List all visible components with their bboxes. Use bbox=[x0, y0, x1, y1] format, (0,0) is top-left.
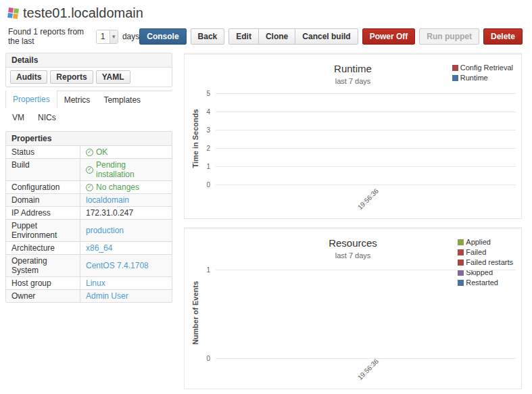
y-tick-label: 0 bbox=[191, 355, 216, 362]
property-value: production bbox=[80, 220, 172, 241]
runtime-chart-panel: Runtime last 7 days Config Retrieval Run… bbox=[184, 53, 522, 219]
legend-swatch bbox=[458, 249, 464, 255]
tab[interactable]: NICs bbox=[31, 109, 63, 126]
grid-row: 0 bbox=[191, 180, 516, 189]
property-row: Host group Linux bbox=[6, 276, 172, 289]
main-content: Details AuditsReportsYAML PropertiesMetr… bbox=[0, 53, 532, 389]
property-value-text[interactable]: CentOS 7.4.1708 bbox=[86, 261, 149, 270]
clone-button[interactable]: Clone bbox=[258, 28, 295, 45]
tab[interactable]: Metrics bbox=[57, 91, 97, 109]
gridline bbox=[216, 93, 516, 94]
property-value: localdomain bbox=[80, 194, 172, 206]
y-tick-label: 3 bbox=[191, 126, 216, 134]
property-label: Host group bbox=[6, 277, 80, 289]
property-row: Owner Admin User bbox=[6, 289, 172, 302]
gridline bbox=[216, 270, 516, 270]
resources-plot-area: 10 bbox=[191, 266, 516, 363]
back-button[interactable]: Back bbox=[191, 28, 225, 45]
resources-chart-panel: Resources last 7 days Applied Failed Fai… bbox=[184, 227, 522, 389]
property-value-text[interactable]: production bbox=[86, 226, 124, 235]
property-row: Build Pending installation bbox=[6, 158, 172, 180]
legend-item[interactable]: Config Retrieval bbox=[452, 64, 513, 72]
host-tabs: PropertiesMetricsTemplatesVMNICs bbox=[5, 91, 172, 126]
property-value-text: Pending installation bbox=[96, 160, 166, 179]
property-label: Build bbox=[6, 159, 80, 180]
property-row: IP Address 172.31.0.247 bbox=[6, 206, 172, 219]
property-row: Status OK bbox=[6, 146, 172, 158]
properties-panel: Properties Status OK Build Pending insta… bbox=[5, 131, 172, 303]
grid-row: 5 bbox=[191, 89, 516, 98]
runtime-plot-area: 543210 bbox=[191, 89, 516, 189]
properties-panel-title: Properties bbox=[6, 132, 172, 146]
ok-circle-icon bbox=[86, 166, 93, 174]
y-tick-label: 4 bbox=[191, 108, 216, 116]
gridline bbox=[216, 112, 516, 112]
property-row: Operating System CentOS 7.4.1708 bbox=[6, 254, 172, 276]
run-puppet-button[interactable]: Run puppet bbox=[419, 28, 479, 45]
property-row: Configuration No changes bbox=[6, 180, 172, 193]
y-tick-label: 5 bbox=[191, 90, 216, 97]
property-value: CentOS 7.4.1708 bbox=[80, 255, 172, 276]
property-value: Admin User bbox=[80, 290, 172, 302]
legend-label: Config Retrieval bbox=[460, 64, 513, 72]
days-select[interactable]: 1 ▼ bbox=[96, 30, 118, 44]
page-header: teste01.localdomain Found 1 reports from… bbox=[0, 0, 532, 46]
property-label: Architecture bbox=[6, 242, 80, 254]
page-title: teste01.localdomain bbox=[23, 5, 143, 21]
property-label: Puppet Environment bbox=[6, 220, 80, 241]
details-button[interactable]: Audits bbox=[10, 70, 47, 84]
y-tick-label: 1 bbox=[191, 266, 216, 274]
host-icon bbox=[7, 7, 19, 19]
property-value: OK bbox=[80, 146, 172, 158]
property-value-text[interactable]: x86_64 bbox=[86, 243, 112, 253]
charts-column: Runtime last 7 days Config Retrieval Run… bbox=[184, 53, 522, 389]
report-filter: Found 1 reports from the last 1 ▼ days bbox=[8, 27, 139, 46]
property-value: 172.31.0.247 bbox=[80, 207, 172, 219]
property-label: Domain bbox=[6, 194, 80, 206]
ok-circle-icon bbox=[86, 184, 93, 191]
details-panel-title: Details bbox=[6, 53, 172, 68]
property-value-text[interactable]: Linux bbox=[86, 278, 105, 288]
property-row: Architecture x86_64 bbox=[6, 241, 172, 254]
days-select-value: 1 bbox=[97, 30, 110, 43]
property-value-text[interactable]: Admin User bbox=[86, 291, 128, 301]
property-row: Domain localdomain bbox=[6, 193, 172, 206]
legend-swatch bbox=[452, 75, 458, 81]
legend-item[interactable]: Applied bbox=[458, 238, 513, 246]
details-button[interactable]: Reports bbox=[50, 70, 93, 84]
console-button[interactable]: Console bbox=[139, 28, 186, 45]
property-value: No changes bbox=[80, 181, 172, 193]
power-off-button[interactable]: Power Off bbox=[362, 28, 416, 45]
property-label: Status bbox=[6, 146, 80, 158]
gridline bbox=[216, 148, 516, 149]
property-value: Pending installation bbox=[80, 159, 172, 180]
property-value: x86_64 bbox=[80, 242, 172, 254]
legend-label: Applied bbox=[466, 238, 491, 246]
tab[interactable]: Properties bbox=[5, 91, 57, 108]
y-tick-label: 0 bbox=[191, 181, 216, 189]
legend-swatch bbox=[458, 260, 464, 266]
host-action-toolbar: Console Back Edit Clone Cancel build Pow… bbox=[139, 28, 523, 45]
details-button[interactable]: YAML bbox=[96, 70, 130, 84]
legend-item[interactable]: Failed bbox=[458, 248, 513, 256]
property-label: IP Address bbox=[6, 207, 80, 219]
edit-button[interactable]: Edit bbox=[228, 28, 259, 45]
legend-item[interactable]: Runtime bbox=[452, 74, 513, 82]
property-value-text[interactable]: localdomain bbox=[86, 195, 129, 205]
tab[interactable]: VM bbox=[5, 109, 31, 126]
cancel-build-button[interactable]: Cancel build bbox=[295, 28, 358, 45]
delete-button[interactable]: Delete bbox=[483, 28, 523, 45]
y-tick-label: 1 bbox=[191, 163, 216, 170]
details-buttons: AuditsReportsYAML bbox=[6, 68, 172, 87]
y-tick-label: 2 bbox=[191, 145, 216, 152]
property-value-text: OK bbox=[96, 147, 107, 157]
tab[interactable]: Templates bbox=[97, 91, 147, 109]
host-info-sidebar: Details AuditsReportsYAML PropertiesMetr… bbox=[5, 53, 172, 389]
legend-label: Failed bbox=[466, 248, 486, 256]
property-label: Configuration bbox=[6, 181, 80, 193]
legend-swatch bbox=[452, 65, 458, 71]
grid-row: 1 bbox=[191, 266, 516, 274]
legend-swatch bbox=[458, 239, 464, 245]
property-label: Operating System bbox=[6, 255, 80, 276]
gridline bbox=[216, 130, 516, 130]
